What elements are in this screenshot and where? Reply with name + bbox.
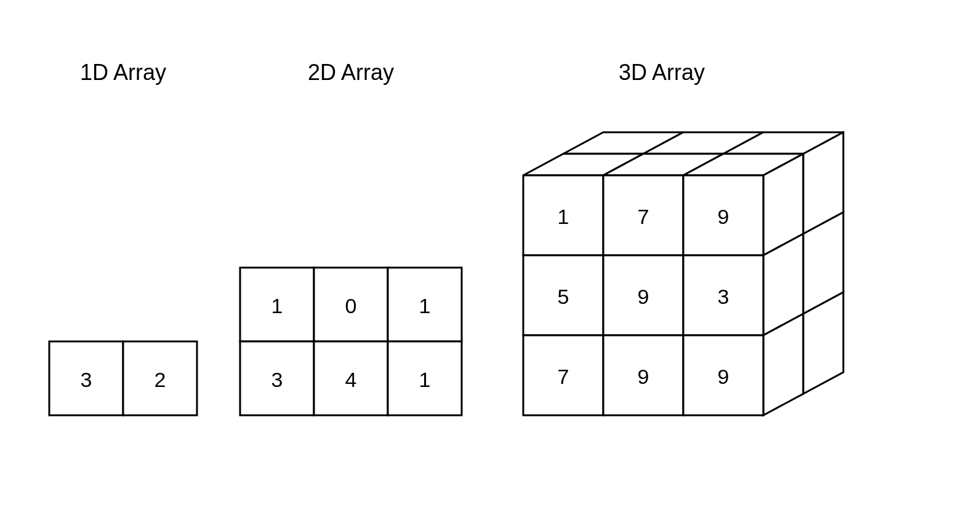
d2-cell-0-2: 1 <box>419 294 431 317</box>
d3-cell-2-2: 9 <box>718 365 729 388</box>
d2-cell-1-1: 4 <box>345 368 357 391</box>
array-diagram: 1D Array 2D Array 3D Array 3 2 1 0 1 3 4… <box>0 0 980 518</box>
d1-cell-1: 2 <box>155 368 166 391</box>
d3-cell-0-2: 9 <box>718 205 729 228</box>
d2-cell-0-1: 0 <box>345 294 357 317</box>
d2-cell-0-0: 1 <box>271 294 283 317</box>
array-1d: 3 2 <box>49 341 197 415</box>
d1-cell-0: 3 <box>81 368 92 391</box>
d3-cell-2-0: 7 <box>558 365 569 388</box>
title-2d: 2D Array <box>308 60 394 85</box>
array-3d: 1 7 9 5 9 3 7 9 9 <box>523 132 843 415</box>
title-1d: 1D Array <box>80 60 166 85</box>
d3-cell-0-1: 7 <box>638 205 649 228</box>
array-2d: 1 0 1 3 4 1 <box>240 268 462 415</box>
d2-cell-1-2: 1 <box>419 368 431 391</box>
d2-cell-1-0: 3 <box>271 368 283 391</box>
d3-cell-2-1: 9 <box>638 365 649 388</box>
d3-cell-1-2: 3 <box>718 285 729 308</box>
d3-cell-1-0: 5 <box>558 285 569 308</box>
title-3d: 3D Array <box>619 60 705 85</box>
d3-cell-1-1: 9 <box>638 285 649 308</box>
d3-cell-0-0: 1 <box>558 205 569 228</box>
